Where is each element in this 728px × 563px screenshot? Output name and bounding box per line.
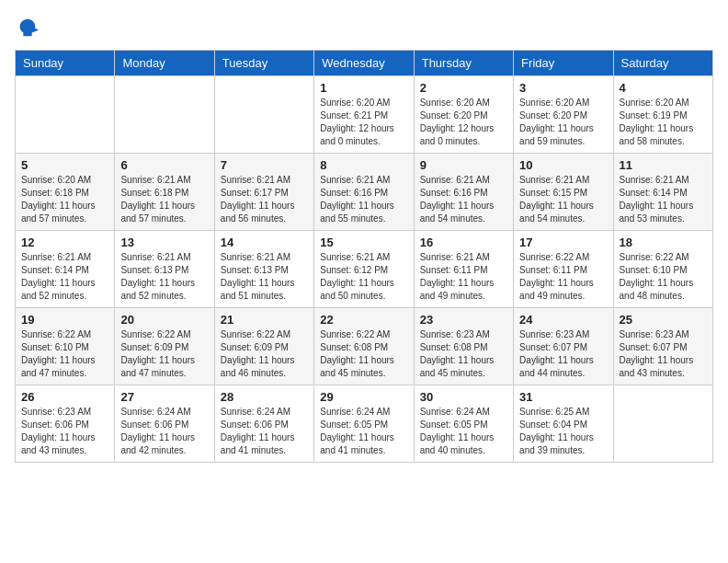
day-info: Sunrise: 6:21 AM Sunset: 6:12 PM Dayligh…: [320, 251, 407, 303]
calendar-week-row: 19Sunrise: 6:22 AM Sunset: 6:10 PM Dayli…: [16, 308, 713, 385]
day-info: Sunrise: 6:24 AM Sunset: 6:06 PM Dayligh…: [120, 406, 208, 457]
calendar-cell: 7Sunrise: 6:21 AM Sunset: 6:17 PM Daylig…: [214, 154, 313, 231]
calendar-cell: 20Sunrise: 6:22 AM Sunset: 6:09 PM Dayli…: [115, 308, 214, 385]
day-of-week-header: Saturday: [613, 51, 712, 76]
day-number: 20: [120, 313, 208, 327]
calendar-cell: 24Sunrise: 6:23 AM Sunset: 6:07 PM Dayli…: [514, 308, 613, 385]
calendar-cell: [214, 76, 313, 154]
calendar-cell: [115, 76, 214, 154]
day-of-week-header: Sunday: [16, 51, 115, 76]
calendar-cell: 25Sunrise: 6:23 AM Sunset: 6:07 PM Dayli…: [613, 308, 712, 385]
day-number: 9: [420, 158, 507, 172]
day-info: Sunrise: 6:22 AM Sunset: 6:10 PM Dayligh…: [21, 328, 108, 380]
day-number: 8: [320, 158, 407, 172]
day-info: Sunrise: 6:24 AM Sunset: 6:06 PM Dayligh…: [221, 406, 308, 457]
day-info: Sunrise: 6:21 AM Sunset: 6:15 PM Dayligh…: [519, 174, 607, 225]
day-info: Sunrise: 6:24 AM Sunset: 6:05 PM Dayligh…: [420, 406, 507, 457]
day-number: 25: [620, 313, 707, 327]
day-number: 11: [620, 158, 707, 172]
day-info: Sunrise: 6:20 AM Sunset: 6:21 PM Dayligh…: [320, 97, 407, 148]
calendar-cell: 8Sunrise: 6:21 AM Sunset: 6:16 PM Daylig…: [314, 154, 414, 231]
day-info: Sunrise: 6:23 AM Sunset: 6:07 PM Dayligh…: [620, 328, 707, 380]
calendar-cell: 28Sunrise: 6:24 AM Sunset: 6:06 PM Dayli…: [214, 385, 313, 463]
day-of-week-header: Wednesday: [314, 51, 414, 76]
calendar-cell: 14Sunrise: 6:21 AM Sunset: 6:13 PM Dayli…: [214, 231, 313, 308]
page-header: [15, 15, 713, 40]
day-number: 31: [519, 390, 607, 404]
calendar-cell: 11Sunrise: 6:21 AM Sunset: 6:14 PM Dayli…: [613, 154, 712, 231]
day-info: Sunrise: 6:20 AM Sunset: 6:20 PM Dayligh…: [420, 97, 507, 148]
day-number: 18: [620, 236, 707, 249]
calendar-cell: 21Sunrise: 6:22 AM Sunset: 6:09 PM Dayli…: [214, 308, 313, 385]
day-info: Sunrise: 6:25 AM Sunset: 6:04 PM Dayligh…: [519, 406, 607, 457]
day-number: 24: [519, 313, 607, 327]
calendar-cell: 29Sunrise: 6:24 AM Sunset: 6:05 PM Dayli…: [314, 385, 414, 463]
day-of-week-header: Friday: [514, 51, 613, 76]
day-number: 4: [620, 81, 707, 95]
day-number: 22: [320, 313, 407, 327]
day-info: Sunrise: 6:22 AM Sunset: 6:10 PM Dayligh…: [620, 251, 707, 303]
day-info: Sunrise: 6:20 AM Sunset: 6:18 PM Dayligh…: [21, 174, 108, 225]
calendar-cell: 2Sunrise: 6:20 AM Sunset: 6:20 PM Daylig…: [414, 76, 513, 154]
day-number: 17: [519, 236, 607, 249]
day-info: Sunrise: 6:24 AM Sunset: 6:05 PM Dayligh…: [320, 406, 407, 457]
calendar-cell: 18Sunrise: 6:22 AM Sunset: 6:10 PM Dayli…: [613, 231, 712, 308]
day-number: 2: [420, 81, 507, 95]
day-number: 14: [221, 236, 308, 249]
day-info: Sunrise: 6:22 AM Sunset: 6:09 PM Dayligh…: [221, 328, 308, 380]
day-number: 15: [320, 236, 407, 249]
day-number: 7: [221, 158, 308, 172]
day-number: 3: [519, 81, 607, 95]
day-info: Sunrise: 6:22 AM Sunset: 6:08 PM Dayligh…: [320, 328, 407, 380]
day-info: Sunrise: 6:23 AM Sunset: 6:07 PM Dayligh…: [519, 328, 607, 380]
calendar-cell: 15Sunrise: 6:21 AM Sunset: 6:12 PM Dayli…: [314, 231, 414, 308]
day-info: Sunrise: 6:23 AM Sunset: 6:08 PM Dayligh…: [420, 328, 507, 380]
calendar-cell: [16, 76, 115, 154]
day-info: Sunrise: 6:22 AM Sunset: 6:11 PM Dayligh…: [519, 251, 607, 303]
calendar-cell: 9Sunrise: 6:21 AM Sunset: 6:16 PM Daylig…: [414, 154, 513, 231]
day-info: Sunrise: 6:20 AM Sunset: 6:20 PM Dayligh…: [519, 97, 607, 148]
day-number: 23: [420, 313, 507, 327]
calendar-cell: 5Sunrise: 6:20 AM Sunset: 6:18 PM Daylig…: [16, 154, 115, 231]
calendar-cell: 13Sunrise: 6:21 AM Sunset: 6:13 PM Dayli…: [115, 231, 214, 308]
day-info: Sunrise: 6:21 AM Sunset: 6:16 PM Dayligh…: [420, 174, 507, 225]
day-of-week-header: Tuesday: [214, 51, 313, 76]
day-number: 28: [221, 390, 308, 404]
calendar-cell: 17Sunrise: 6:22 AM Sunset: 6:11 PM Dayli…: [514, 231, 613, 308]
day-number: 16: [420, 236, 507, 249]
day-info: Sunrise: 6:21 AM Sunset: 6:13 PM Dayligh…: [120, 251, 208, 303]
calendar-week-row: 1Sunrise: 6:20 AM Sunset: 6:21 PM Daylig…: [16, 76, 713, 154]
day-number: 29: [320, 390, 407, 404]
calendar-cell: [613, 385, 712, 463]
day-number: 27: [120, 390, 208, 404]
calendar-cell: 10Sunrise: 6:21 AM Sunset: 6:15 PM Dayli…: [514, 154, 613, 231]
calendar-cell: 1Sunrise: 6:20 AM Sunset: 6:21 PM Daylig…: [314, 76, 414, 154]
calendar-cell: 27Sunrise: 6:24 AM Sunset: 6:06 PM Dayli…: [115, 385, 214, 463]
day-of-week-header: Monday: [115, 51, 214, 76]
calendar-cell: 23Sunrise: 6:23 AM Sunset: 6:08 PM Dayli…: [414, 308, 513, 385]
day-of-week-header: Thursday: [414, 51, 513, 76]
calendar-cell: 19Sunrise: 6:22 AM Sunset: 6:10 PM Dayli…: [16, 308, 115, 385]
day-number: 30: [420, 390, 507, 404]
day-info: Sunrise: 6:21 AM Sunset: 6:11 PM Dayligh…: [420, 251, 507, 303]
day-info: Sunrise: 6:21 AM Sunset: 6:13 PM Dayligh…: [221, 251, 308, 303]
day-info: Sunrise: 6:23 AM Sunset: 6:06 PM Dayligh…: [21, 406, 108, 457]
calendar-cell: 16Sunrise: 6:21 AM Sunset: 6:11 PM Dayli…: [414, 231, 513, 308]
calendar-cell: 4Sunrise: 6:20 AM Sunset: 6:19 PM Daylig…: [613, 76, 712, 154]
day-number: 12: [21, 236, 108, 249]
day-info: Sunrise: 6:21 AM Sunset: 6:14 PM Dayligh…: [620, 174, 707, 225]
day-number: 19: [21, 313, 108, 327]
calendar-header-row: SundayMondayTuesdayWednesdayThursdayFrid…: [16, 51, 713, 76]
day-number: 10: [519, 158, 607, 172]
calendar-cell: 22Sunrise: 6:22 AM Sunset: 6:08 PM Dayli…: [314, 308, 414, 385]
calendar-cell: 3Sunrise: 6:20 AM Sunset: 6:20 PM Daylig…: [514, 76, 613, 154]
day-number: 6: [120, 158, 208, 172]
calendar-cell: 31Sunrise: 6:25 AM Sunset: 6:04 PM Dayli…: [514, 385, 613, 463]
logo: [15, 15, 44, 40]
calendar-cell: 6Sunrise: 6:21 AM Sunset: 6:18 PM Daylig…: [115, 154, 214, 231]
day-number: 13: [120, 236, 208, 249]
day-info: Sunrise: 6:22 AM Sunset: 6:09 PM Dayligh…: [120, 328, 208, 380]
day-info: Sunrise: 6:21 AM Sunset: 6:17 PM Dayligh…: [221, 174, 308, 225]
calendar-table: SundayMondayTuesdayWednesdayThursdayFrid…: [15, 50, 713, 463]
day-number: 1: [320, 81, 407, 95]
